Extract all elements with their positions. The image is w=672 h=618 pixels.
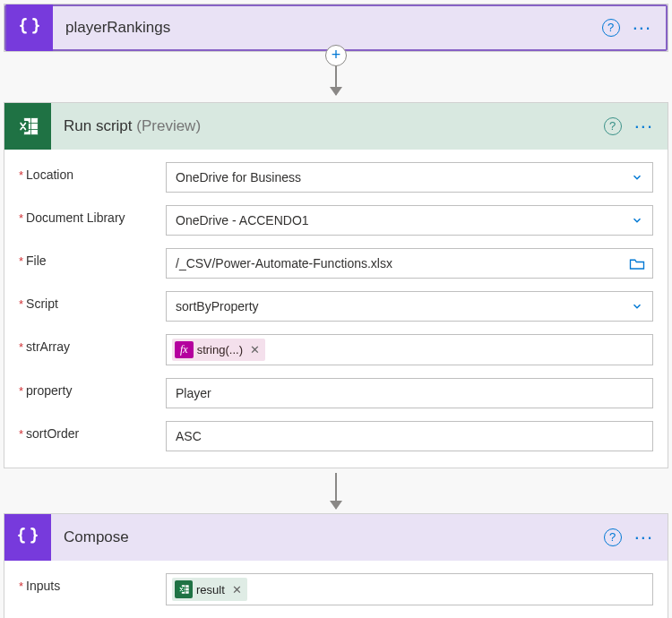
fx-icon: fx bbox=[175, 341, 194, 358]
step-body: Location OneDrive for Business Document … bbox=[4, 150, 668, 468]
field-label-location: Location bbox=[19, 162, 166, 182]
dynamic-content-chip[interactable]: result ✕ bbox=[172, 578, 247, 601]
step-title: Run script (Preview) bbox=[64, 117, 604, 135]
inputs-field[interactable]: result ✕ bbox=[166, 573, 653, 605]
help-icon[interactable]: ? bbox=[604, 528, 622, 546]
connector-arrow bbox=[4, 468, 668, 513]
chip-remove-icon[interactable]: ✕ bbox=[232, 583, 242, 597]
excel-small-icon bbox=[175, 580, 193, 598]
connector-arrow: + bbox=[4, 52, 668, 102]
add-step-button[interactable]: + bbox=[325, 45, 347, 66]
strarray-input[interactable]: fx string(...) ✕ bbox=[166, 334, 653, 365]
step-header[interactable]: Run script (Preview) ? ··· bbox=[4, 103, 668, 150]
step-run-script: Run script (Preview) ? ··· Location OneD… bbox=[4, 102, 668, 468]
more-menu-button[interactable]: ··· bbox=[629, 122, 659, 131]
help-icon[interactable]: ? bbox=[602, 19, 620, 37]
chip-remove-icon[interactable]: ✕ bbox=[250, 343, 260, 356]
chevron-down-icon bbox=[631, 300, 643, 313]
location-dropdown[interactable]: OneDrive for Business bbox=[166, 162, 653, 193]
chevron-down-icon bbox=[631, 214, 643, 227]
expression-chip[interactable]: fx string(...) ✕ bbox=[172, 339, 265, 361]
step-compose: Compose ? ··· Inputs bbox=[4, 513, 668, 618]
step-header[interactable]: Compose ? ··· bbox=[4, 514, 668, 561]
field-label-sortorder: sortOrder bbox=[19, 421, 166, 441]
step-title: playerRankings bbox=[65, 19, 602, 37]
compose-braces-icon bbox=[4, 514, 51, 561]
field-label-property: property bbox=[19, 378, 166, 398]
sortorder-input[interactable]: ASC bbox=[166, 421, 653, 451]
compose-braces-icon bbox=[6, 4, 53, 51]
more-menu-button[interactable]: ··· bbox=[629, 533, 659, 542]
document-library-dropdown[interactable]: OneDrive - ACCENDO1 bbox=[166, 205, 653, 236]
chevron-down-icon bbox=[631, 171, 643, 184]
script-dropdown[interactable]: sortByProperty bbox=[166, 291, 653, 322]
excel-icon bbox=[4, 103, 51, 150]
file-picker[interactable]: /_CSV/Power-Automate-Functions.xlsx bbox=[166, 248, 653, 279]
step-title: Compose bbox=[64, 528, 604, 546]
property-input[interactable]: Player bbox=[166, 378, 653, 408]
folder-icon[interactable] bbox=[629, 256, 645, 270]
field-label-inputs: Inputs bbox=[19, 573, 166, 593]
help-icon[interactable]: ? bbox=[604, 117, 622, 135]
field-label-script: Script bbox=[19, 291, 166, 311]
more-menu-button[interactable]: ··· bbox=[627, 23, 657, 32]
step-body: Inputs result ✕ bbox=[4, 561, 668, 618]
field-label-file: File bbox=[19, 248, 166, 268]
field-label-document-library: Document Library bbox=[19, 205, 166, 225]
field-label-strarray: strArray bbox=[19, 334, 166, 354]
